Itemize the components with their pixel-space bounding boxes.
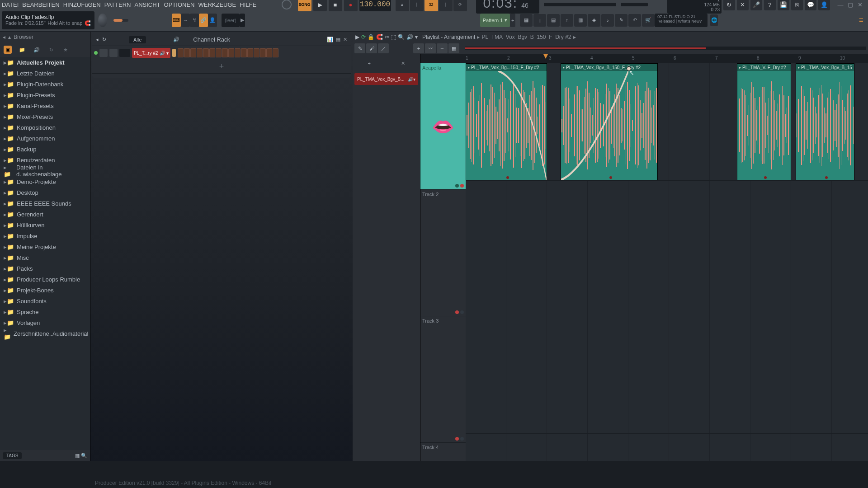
audio-clip-2[interactable]: PL_TMA_Vox_Bgv_B_150_F_Dry #2 ↖ [561,63,658,180]
play-button[interactable]: ▶ [313,0,327,11]
playlist-grid[interactable]: 12345678910 PL_TMA_Vox_Bg...150_F_Dry #2 [466,54,868,461]
pl-grid[interactable]: ▦ [448,43,459,53]
cr-filter-all[interactable]: Alle [129,36,146,43]
channel-route[interactable] [119,49,130,57]
main-volume-knob[interactable] [98,14,107,27]
browser-item[interactable]: ▸📁Impulse [0,230,90,241]
pl-automation[interactable]: 〰 [425,43,436,53]
playlist-minimap[interactable] [465,47,866,50]
step-cell[interactable] [228,48,234,57]
track-4-lane[interactable] [466,434,868,461]
cr-forward-icon[interactable]: ↻ [102,37,106,42]
pattern-leer[interactable]: (leer) [222,14,240,27]
pl-tool-draw[interactable]: ✎ [354,43,365,53]
browser-item[interactable]: ▸📁Soundfonts [0,296,90,306]
browser-item[interactable]: ▸📁Kompositionen [0,122,90,133]
mic-icon[interactable]: 🎤 [750,0,762,10]
sync-knob[interactable] [282,0,292,9]
step-cell[interactable] [222,48,228,57]
playlist-window-button[interactable]: ▦ [520,14,533,27]
step-cell[interactable] [216,48,222,57]
channel-led[interactable] [94,51,98,55]
browser-item[interactable]: ▸📁Vorlagen [0,317,90,328]
step-cell[interactable] [254,48,259,57]
playlist-ruler[interactable]: 12345678910 [466,54,868,63]
menu-hilfe[interactable]: HILFE [240,1,256,8]
browser-item[interactable]: ▸📁Kanal-Presets [0,100,90,111]
menu-bearbeiten[interactable]: BEARBEITEN [22,1,59,8]
pattern-add-button[interactable]: + [510,14,515,27]
pl-select-icon[interactable]: ⬚ [391,34,396,40]
maximize-button[interactable]: ▢ [846,1,854,8]
pl-stretch[interactable]: ↔ [437,43,448,53]
globe-icon[interactable]: 🌐 [710,14,718,26]
step-cell[interactable] [266,48,272,57]
browser-item[interactable]: ▸📁Projekt-Bones [0,285,90,296]
link-button[interactable]: ↯ [190,14,199,27]
menu-hinzufuegen[interactable]: HINZUFüGEN [63,1,101,8]
step-sequencer[interactable] [178,48,278,57]
menu-hamburger-icon[interactable]: ☰ [859,17,863,23]
step-cell[interactable] [197,48,203,57]
browser-folder-icon[interactable]: 📁 [18,46,26,54]
pl-tool-slice[interactable]: ／ [378,43,389,53]
link-remote-button[interactable]: 🔗 [199,14,208,27]
loop-rec-button[interactable]: ⟳ [453,0,467,11]
browser-audio-icon[interactable]: 🔊 [33,46,41,54]
browser-item[interactable]: ▸📁Mixer-Presets [0,111,90,122]
help-icon[interactable]: ? [764,0,776,10]
step-cell[interactable] [190,48,196,57]
audio-clip-4[interactable]: PL_TMA_Vox_Bgv_B_15 [796,63,854,180]
track-header-4[interactable]: Track 4 [420,443,466,461]
browser-search-icon[interactable]: 🔍 [81,453,87,458]
comment-icon[interactable]: 💬 [805,0,816,10]
browser-item[interactable]: ▸📁Aktuelles Projekt [0,57,90,68]
browser-item[interactable]: ▸📁Aufgenommen [0,133,90,144]
picker-close-icon[interactable]: ✕ [401,61,405,66]
step-cell[interactable] [273,48,278,57]
browser-item[interactable]: ▸📁Gerendert [0,209,90,220]
close-button[interactable]: ✕ [856,1,864,8]
browser-item[interactable]: ▸📁Zerschnittene..Audiomaterial [0,328,90,339]
clip-2-header[interactable]: PL_TMA_Vox_Bgv_B_150_F_Dry #2 [561,64,657,71]
menu-ansicht[interactable]: ANSICHT [135,1,160,8]
cr-back-icon[interactable]: ◂ [96,37,99,42]
browser-item[interactable]: ▸📁EEEE EEEE Sounds [0,198,90,209]
cr-grid-icon[interactable]: ▦ [336,37,340,42]
tool-button[interactable]: ✎ [615,14,627,27]
track-header-1[interactable]: Acapella 👄 [420,63,466,190]
cr-close-icon[interactable]: ✕ [343,37,347,42]
news-panel[interactable]: 07:12 FL STUDIO 21 Released | What's New… [655,14,708,27]
browser-item[interactable]: ▸📁Sprache [0,306,90,317]
pl-zoom-icon[interactable]: 🔍 [398,34,405,40]
track-mute-solo[interactable] [455,184,464,188]
browser-back-icon[interactable]: ◂ [3,34,5,40]
step-cell[interactable] [184,48,190,57]
cr-graph-icon[interactable]: 📊 [327,37,333,42]
browser-item[interactable]: ▸📁Letzte Dateien [0,68,90,79]
step-edit-button[interactable]: → [181,14,190,27]
user-icon[interactable]: 👤 [818,0,830,10]
pl-magnet-icon[interactable]: 🧲 [376,34,383,40]
browser-up-icon[interactable]: ▴ [8,34,11,40]
clip-4-header[interactable]: PL_TMA_Vox_Bgv_B_15 [796,64,854,71]
typing-keyboard-button[interactable]: ⌨ [172,14,181,27]
channel-add-button[interactable]: + [92,60,351,73]
pl-add-track[interactable]: + [413,43,424,53]
picker-add-icon[interactable]: + [368,61,370,66]
browser-item[interactable]: ▸📁Meine Projekte [0,241,90,252]
fade-in-handle[interactable] [627,66,631,71]
picker-clip-item[interactable]: PL_TMA_Vox_Bgv_B... 🔊▾ [354,73,418,85]
step-cell[interactable] [247,48,253,57]
overdub-button[interactable]: ⎹⎸ [439,0,453,11]
step-cell[interactable] [241,48,247,57]
step-cell[interactable] [260,48,266,57]
playlist-selected-clip[interactable]: PL_TMA_Vox_Bgv_B_150_F_Dry #2 [481,34,571,40]
undo-icon[interactable]: ↻ [723,0,735,10]
undo-history-button[interactable]: ↶ [628,14,641,27]
browser-item[interactable]: ▸📁Plugin-Presets [0,89,90,100]
track-1-lane[interactable]: PL_TMA_Vox_Bg...150_F_Dry #2 PL_TMA_Vox_… [466,63,868,181]
browser-item[interactable]: ▸📁Hüllkurven [0,220,90,230]
playhead-marker[interactable] [543,54,548,59]
stop-button[interactable]: ■ [329,0,342,11]
